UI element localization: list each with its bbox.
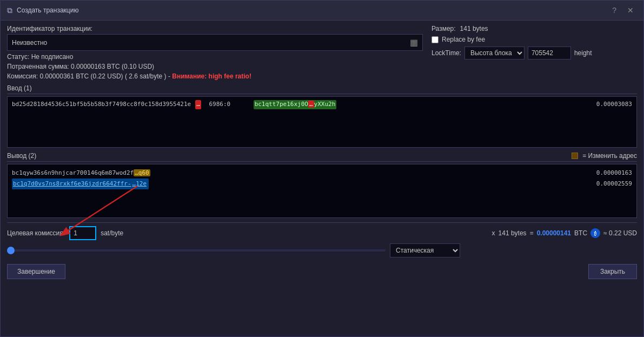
input-row-0: bd25d2818d4536c51bf5b5b58b3f7498cc8f0c15… <box>12 100 632 109</box>
input-hash-prefix: bd25d2818d4536c51bf5b5b58b3f7498cc8f0c15… <box>12 100 191 109</box>
window-title: Создать транзакцию <box>17 6 78 14</box>
inputs-section-header: Ввод (1) <box>7 82 637 94</box>
size-value: 141 bytes <box>460 25 488 32</box>
title-bar: ⧉ Создать транзакцию ? ✕ <box>1 1 643 21</box>
outputs-label: Вывод (2) <box>7 152 36 160</box>
input-hash-red: … <box>195 100 201 109</box>
fee-equals: = <box>530 229 534 237</box>
title-bar-right: ? ✕ <box>609 5 637 16</box>
locktime-height-label: height <box>574 49 592 57</box>
fee-approx-usd: ≈ 0.22 USD <box>603 229 637 237</box>
inputs-label: Ввод (1) <box>7 84 32 92</box>
size-row: Размер: 141 bytes <box>431 25 637 32</box>
input-addr: bc1qtt7pe16xj0O…yXXu2h <box>254 100 337 109</box>
fee-row: Комиссия: 0.00000361 BTC (0.22 USD) ( 2.… <box>7 72 423 80</box>
locktime-row: LockTime: Высота блока Время height <box>431 47 637 60</box>
fee-btc-value: 0.00000141 <box>537 229 571 237</box>
tx-id-box: Неизвестно ▦ <box>7 34 423 51</box>
locktime-label: LockTime: <box>431 49 461 57</box>
right-panel: Размер: 141 bytes Replace by fee LockTim… <box>431 25 637 80</box>
slider-row: Статическая Динамическая <box>7 242 637 259</box>
btc-icon: ₿ <box>590 228 600 238</box>
close-window-button[interactable]: ✕ <box>624 5 637 16</box>
replace-by-fee-label: Replace by fee <box>442 36 485 43</box>
status-label: Статус: <box>7 53 29 61</box>
spent-row: Потраченная сумма: 0.00000163 BTC (0.10 … <box>7 63 423 70</box>
fee-calc: x 141 bytes = 0.00000141 BTC ₿ ≈ 0.22 US… <box>492 228 637 238</box>
outputs-area: bc1qyw36s6n9hnjcar700146q6m87wod2f…q60 0… <box>7 164 637 218</box>
spent-label: Потраченная сумма: <box>7 63 69 70</box>
output-row-1: bc1q7d0vs7ns8rxkf6e36jzdr6642ffr-…12e 0.… <box>12 179 632 189</box>
action-bar: Завершение Закрыть <box>7 261 637 279</box>
locktime-type-select[interactable]: Высота блока Время <box>464 47 525 60</box>
fee-warning: Внимание: high fee ratio! <box>172 72 251 80</box>
tx-id-value: Неизвестно <box>12 39 47 47</box>
locktime-value-input[interactable] <box>528 47 571 60</box>
fee-btc-label: BTC <box>574 229 587 237</box>
top-section: Идентификатор транзакции: Неизвестно ▦ С… <box>7 25 637 80</box>
size-label: Размер: <box>431 25 456 32</box>
out-amount-1: 0.00002559 <box>596 179 632 189</box>
fee-value-input[interactable] <box>69 226 96 240</box>
fee-value: 0.00000361 BTC (0.22 USD) ( 2.6 sat/byte… <box>40 72 170 80</box>
fee-multiplier: x <box>492 229 495 237</box>
change-addr-icon <box>572 153 578 159</box>
left-panel: Идентификатор транзакции: Неизвестно ▦ С… <box>7 25 423 80</box>
main-window: ⧉ Создать транзакцию ? ✕ Идентификатор т… <box>0 0 644 337</box>
out-addr-0: bc1qyw36s6n9hnjcar700146q6m87wod2f…q60 <box>12 168 150 179</box>
change-addr-info: = Изменить адрес <box>572 152 637 160</box>
qr-icon: ▦ <box>410 37 418 48</box>
content-area: Идентификатор транзакции: Неизвестно ▦ С… <box>1 21 643 336</box>
fee-bytes: 141 bytes <box>499 229 527 237</box>
tx-id-label: Идентификатор транзакции: <box>7 25 423 32</box>
spent-value: 0.00000163 BTC (0.10 USD) <box>71 63 154 70</box>
fee-label-txt: Комиссия: <box>7 72 38 80</box>
inputs-area: bd25d2818d4536c51bf5b5b58b3f7498cc8f0c15… <box>7 96 637 148</box>
fee-bar-label: Целевая комиссия: <box>7 229 65 237</box>
fee-strategy-select[interactable]: Статическая Динамическая <box>390 243 460 257</box>
status-value: Не подписано <box>31 53 74 61</box>
out-amount-0: 0.00000163 <box>596 168 632 179</box>
finish-button[interactable]: Завершение <box>7 264 65 279</box>
fee-bar: Целевая комиссия: sat/byte x 141 bytes =… <box>7 222 637 241</box>
status-row: Статус: Не подписано <box>7 53 423 61</box>
out-addr-1: bc1q7d0vs7ns8rxkf6e36jzdr6642ffr-…12e <box>12 179 149 189</box>
fee-slider[interactable] <box>7 249 386 252</box>
window-icon: ⧉ <box>7 6 12 15</box>
replace-by-fee-checkbox[interactable] <box>431 36 439 43</box>
output-row-0: bc1qyw36s6n9hnjcar700146q6m87wod2f…q60 0… <box>12 168 632 179</box>
help-button[interactable]: ? <box>609 5 620 16</box>
fee-unit-label: sat/byte <box>101 229 123 237</box>
outputs-section-header: Вывод (2) = Изменить адрес <box>7 150 637 162</box>
replace-by-fee-row: Replace by fee <box>431 36 637 43</box>
title-bar-left: ⧉ Создать транзакцию <box>7 6 78 15</box>
input-index: 6986:0 <box>205 100 230 109</box>
change-addr-label: = Изменить адрес <box>582 152 637 160</box>
input-amount: 0.00003083 <box>596 100 632 109</box>
fee-section: Целевая комиссия: sat/byte x 141 bytes =… <box>7 222 637 259</box>
close-button[interactable]: Закрыть <box>588 264 637 279</box>
